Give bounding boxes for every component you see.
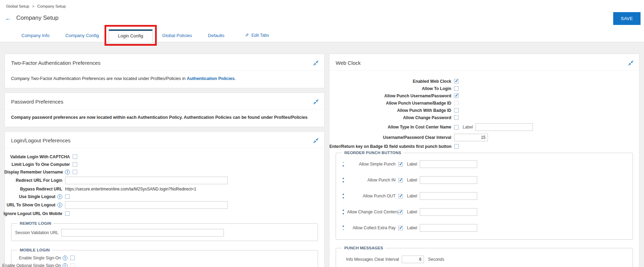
- breadcrumb-company-setup[interactable]: Company Setup: [37, 4, 66, 8]
- seconds-suffix: Seconds: [428, 257, 444, 262]
- move-down-icon[interactable]: ▼: [341, 213, 346, 215]
- ignore-logout-checkbox[interactable]: [65, 211, 70, 216]
- punch-messages-legend: PUNCH MESSAGES: [344, 246, 383, 250]
- move-up-icon[interactable]: ▲: [341, 209, 346, 211]
- allow-to-login-label: Allow To Login: [329, 86, 451, 91]
- logout-url-row: URL To Show On Logout i: [5, 201, 324, 209]
- single-logout-checkbox[interactable]: [65, 194, 70, 199]
- punch-out-label: Allow Punch OUT: [347, 194, 396, 198]
- enter-return-label: Enter/Return key on Badge ID field submi…: [329, 144, 452, 149]
- allow-to-login-row: Allow To Login: [329, 86, 639, 91]
- authentication-policies-link[interactable]: Authentication Policies: [187, 76, 235, 81]
- change-cost-centers-label-input[interactable]: [420, 208, 477, 216]
- login-logout-card-header: Login/Logout Preferences: [5, 132, 324, 148]
- move-down-icon[interactable]: ▼: [341, 197, 346, 199]
- allow-to-login-checkbox[interactable]: [454, 86, 459, 91]
- reorder-arrows: ▲ ▼: [341, 225, 346, 231]
- captcha-row: Validate Login With CAPTCHA: [5, 154, 324, 160]
- enable-optional-sso-checkbox: [70, 263, 75, 267]
- session-validation-row: Session Validation URL: [16, 229, 314, 237]
- collapse-icon[interactable]: [313, 60, 319, 66]
- remember-username-row: Display Remember Username i: [5, 169, 324, 175]
- info-icon[interactable]: i: [63, 256, 67, 260]
- move-down-icon[interactable]: ▼: [341, 165, 346, 167]
- web-clock-card-header: Web Clock: [329, 54, 639, 71]
- punch-in-checkbox[interactable]: [398, 178, 403, 183]
- enabled-web-clock-checkbox[interactable]: [454, 79, 459, 83]
- bypass-redirect-row: Bypass Redirect URL https://secure.enter…: [5, 186, 324, 192]
- simple-punch-checkbox[interactable]: [398, 162, 403, 167]
- change-cost-centers-checkbox[interactable]: [398, 210, 403, 214]
- move-up-icon[interactable]: ▲: [341, 177, 346, 179]
- reorder-arrows: ▲ ▼: [341, 161, 346, 167]
- mobile-login-legend: MOBILE LOGIN: [20, 248, 50, 252]
- info-icon[interactable]: i: [63, 263, 67, 267]
- tab-company-config[interactable]: Company Config: [59, 29, 105, 42]
- tab-global-policies[interactable]: Global Policies: [156, 29, 198, 42]
- info-icon[interactable]: i: [57, 194, 62, 199]
- tab-defaults[interactable]: Defaults: [202, 29, 231, 42]
- two-factor-card: Two-Factor Authentication Preferences Co…: [4, 54, 325, 88]
- cost-center-label-input[interactable]: [475, 123, 533, 131]
- breadcrumb-separator: >: [32, 4, 35, 8]
- collect-extra-pay-label-input[interactable]: [420, 224, 477, 232]
- breadcrumb-global-setup[interactable]: Global Setup: [6, 4, 29, 8]
- content-area: Two-Factor Authentication Preferences Co…: [0, 42, 644, 267]
- change-cost-centers-row: ▲ ▼ Allow Change Cost Centers Label: [340, 208, 628, 216]
- remote-login-fieldset: REMOTE LOGIN Session Validation URL: [11, 221, 318, 241]
- info-icon[interactable]: i: [65, 170, 70, 175]
- cost-center-checkbox[interactable]: [454, 125, 459, 130]
- change-cost-centers-label: Allow Change Cost Centers: [347, 210, 396, 214]
- two-factor-text-suffix: .: [235, 76, 236, 81]
- move-up-icon[interactable]: ▲: [341, 225, 346, 227]
- remember-username-checkbox[interactable]: [73, 170, 77, 174]
- mobile-login-fieldset: MOBILE LOGIN Enable Single Sign-On i Ena…: [11, 248, 318, 267]
- logout-url-input[interactable]: [65, 201, 228, 209]
- tab-login-config-label: Login Config: [118, 33, 143, 38]
- enter-return-checkbox[interactable]: [454, 144, 459, 149]
- allow-punch-with-badge-checkbox[interactable]: [454, 108, 459, 113]
- allow-punch-username-password-checkbox[interactable]: [454, 94, 459, 98]
- tab-company-info[interactable]: Company Info: [15, 29, 56, 42]
- redirect-url-input[interactable]: [65, 177, 228, 184]
- left-column: Two-Factor Authentication Preferences Co…: [4, 54, 325, 267]
- two-factor-card-header: Two-Factor Authentication Preferences: [5, 54, 324, 71]
- move-up-icon: ▲: [341, 161, 346, 163]
- simple-punch-label-input[interactable]: [420, 160, 477, 168]
- label-field-label: Label: [407, 194, 417, 198]
- info-messages-input[interactable]: [402, 256, 424, 263]
- info-messages-label: Info Messages Clear Interval: [340, 257, 399, 262]
- punch-out-checkbox[interactable]: [398, 194, 403, 198]
- move-down-icon[interactable]: ▼: [341, 181, 346, 183]
- enable-sso-checkbox[interactable]: [70, 256, 75, 260]
- enable-sso-row: Enable Single Sign-On i: [16, 255, 314, 261]
- collect-extra-pay-checkbox[interactable]: [398, 226, 403, 230]
- info-icon[interactable]: i: [57, 203, 62, 207]
- collapse-icon[interactable]: [628, 60, 634, 66]
- back-arrow-icon[interactable]: ←: [5, 15, 11, 21]
- title-row: ← Company Setup: [5, 15, 58, 21]
- move-up-icon[interactable]: ▲: [341, 193, 346, 195]
- collapse-icon[interactable]: [313, 138, 319, 143]
- session-validation-input[interactable]: [61, 229, 224, 237]
- edit-tabs-label: Edit Tabs: [251, 33, 269, 38]
- captcha-checkbox[interactable]: [73, 154, 77, 159]
- two-factor-body: Company Two-Factor Authentication Prefer…: [5, 71, 324, 88]
- collapse-icon[interactable]: [313, 99, 319, 105]
- allow-change-password-checkbox[interactable]: [454, 115, 459, 120]
- punch-in-label-input[interactable]: [420, 176, 477, 184]
- tab-login-config[interactable]: Login Config: [109, 29, 153, 42]
- edit-tabs-button[interactable]: ✎ Edit Tabs: [244, 29, 270, 42]
- punch-out-label-input[interactable]: [420, 192, 477, 200]
- remember-username-text: Display Remember Username: [4, 170, 63, 175]
- collect-extra-pay-row: ▲ ▼ Allow Collect Extra Pay Label: [340, 224, 628, 232]
- login-logout-card: Login/Logout Preferences Validate Login …: [4, 131, 325, 267]
- single-logout-text: Use Single Logout: [19, 194, 55, 199]
- punch-out-row: ▲ ▼ Allow Punch OUT Label: [340, 192, 628, 200]
- save-button[interactable]: SAVE: [613, 12, 641, 25]
- one-computer-checkbox[interactable]: [73, 162, 77, 167]
- punch-messages-fieldset: PUNCH MESSAGES Info Messages Clear Inter…: [336, 246, 633, 267]
- reorder-punch-buttons-legend: REORDER PUNCH BUTTONS: [344, 151, 401, 155]
- clear-interval-input[interactable]: [454, 134, 488, 141]
- single-logout-row: Use Single Logout i: [5, 194, 324, 199]
